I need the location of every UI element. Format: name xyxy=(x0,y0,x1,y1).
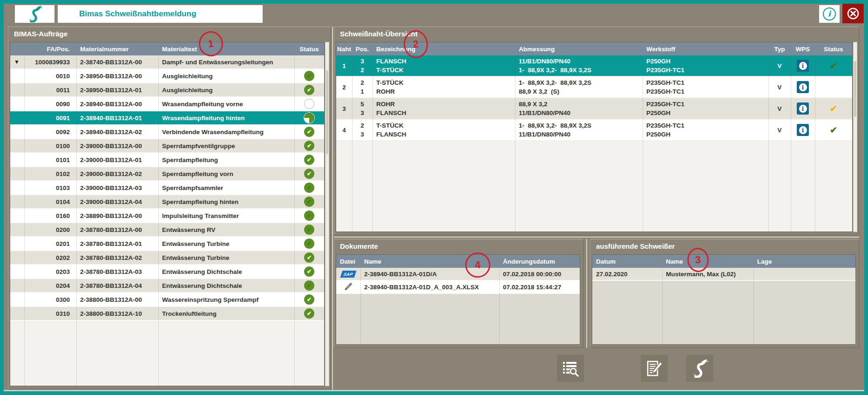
materialnummer-cell: 2-38950-BB1312A-00 xyxy=(76,69,158,82)
tree-indent xyxy=(10,237,24,250)
schweisser-panel: ausführende Schweißer DatumNameLage 27.0… xyxy=(590,239,859,348)
fa-pos-cell: 0010 xyxy=(24,69,76,82)
wps-info-button[interactable]: i xyxy=(797,102,809,115)
materialnummer-cell: 2-38940-BB1312A-02 xyxy=(76,125,158,138)
fa-pos-cell: 0203 xyxy=(24,265,76,278)
bimas-row[interactable]: 01002-39000-BB1312A-00Sperrdampfventilgr… xyxy=(10,139,324,153)
typ-cell: V xyxy=(768,77,791,97)
naht-row[interactable]: 132FLANSCHT-STÜCK11/B1/DN80/PN401- 88,9X… xyxy=(336,55,852,77)
bimas-row[interactable]: 00912-38940-BB1312A-01Wrasendampfleitung… xyxy=(10,111,324,125)
materialnummer-cell: 2-38890-BB1312A-00 xyxy=(76,209,158,222)
pos-cell: 32 xyxy=(352,55,373,76)
status-cell: ✔ xyxy=(294,307,324,320)
status-done-icon: ✔ xyxy=(304,169,314,179)
typ-cell: V xyxy=(768,55,791,76)
bimas-row[interactable]: ▼10008399332-38740-BB1312A-00Dampf- und … xyxy=(10,55,324,69)
dokument-row[interactable]: SAP2-38940-BB1312A-01D/A07.02.2018 00:00… xyxy=(336,268,580,281)
status-cell xyxy=(294,97,324,110)
status-cell: ✔ xyxy=(815,98,852,119)
materialtext-cell: Wrasendampfleitung hinten xyxy=(158,111,294,124)
status-done-icon: ✔ xyxy=(304,280,314,291)
search-list-button[interactable] xyxy=(557,355,584,382)
bimas-row[interactable]: 00112-38950-BB1312A-01Ausgleichleitung✔ xyxy=(10,83,324,97)
bimas-row[interactable]: 01012-39000-BB1312A-01Sperrdampfleitung✔ xyxy=(10,153,324,167)
schweisser-row[interactable]: 27.02.2020Mustermann, Max (L02) xyxy=(592,268,855,281)
bimas-row[interactable]: 02022-38780-BB1312A-02Entwässerung Turbi… xyxy=(10,251,324,265)
materialnummer-cell: 2-39000-BB1312A-00 xyxy=(76,139,158,152)
dokument-row[interactable]: 2-38940-BB1312A-01D_A_003_A.XLSX07.02.20… xyxy=(336,281,580,294)
column-header-abmessung: Abmessung xyxy=(515,42,643,55)
column-header-bezeichnung: Bezeichnung xyxy=(373,42,515,55)
status-cell: ✔ xyxy=(815,120,852,140)
materialtext-cell: Sperrdampfventilgruppe xyxy=(158,139,294,152)
splitter-vertical-bottom[interactable] xyxy=(586,239,587,348)
bimas-row[interactable]: 00922-38940-BB1312A-02Verbindende Wrasen… xyxy=(10,125,324,139)
status-cell: ✔ xyxy=(294,195,324,208)
edit-document-button[interactable] xyxy=(641,355,668,382)
bimas-row[interactable]: 01022-39000-BB1312A-02Sperrdampfleitung … xyxy=(10,167,324,181)
info-button[interactable]: i xyxy=(819,5,840,23)
splitter-horizontal-right[interactable] xyxy=(334,237,859,238)
fa-pos-cell: 0160 xyxy=(24,209,76,222)
status-done-icon: ✔ xyxy=(304,71,314,81)
status-cell: ✔ xyxy=(294,69,324,82)
schweisser-table: DatumNameLage 27.02.2020Mustermann, Max … xyxy=(592,254,856,345)
bimas-scrollbar[interactable] xyxy=(325,42,329,386)
status-done-icon: ✔ xyxy=(304,183,314,193)
bimas-row[interactable]: 01042-39000-BB1312A-04Sperrdampfleitung … xyxy=(10,195,324,209)
tree-indent xyxy=(10,307,24,320)
materialnummer-cell: 2-38780-BB1312A-01 xyxy=(76,237,158,250)
bimas-row[interactable]: 02012-38780-BB1312A-01Entwässerung Turbi… xyxy=(10,237,324,251)
close-button[interactable] xyxy=(842,4,864,23)
naht-row[interactable]: 423T-STÜCKFLANSCH1- 88,9X 3,2- 88,9X 3,2… xyxy=(336,120,852,141)
bimas-row[interactable]: 03002-38800-BB1312A-00Wassereinspritzung… xyxy=(10,293,324,307)
splitter-vertical-main[interactable] xyxy=(332,27,333,389)
status-done-icon: ✔ xyxy=(304,308,314,319)
bimas-row[interactable]: 01032-39000-BB1312A-03Sperrdampfsammler✔ xyxy=(10,181,324,195)
materialtext-cell: Wrasendampfleitung vorne xyxy=(158,97,294,110)
pos-cell: 23 xyxy=(352,120,373,140)
status-in-progress-icon xyxy=(304,113,314,123)
materialnummer-cell: 2-38940-BB1312A-01 xyxy=(76,111,158,124)
materialnummer-cell: 2-38780-BB1312A-04 xyxy=(76,279,158,292)
bimas-row[interactable]: 02032-38780-BB1312A-03Entwässerung Dicht… xyxy=(10,265,324,279)
materialtext-cell: Entwässerung Turbine xyxy=(158,251,294,264)
tree-indent xyxy=(10,209,24,222)
datum-cell: 27.02.2020 xyxy=(592,268,662,280)
status-warning-icon: ✔ xyxy=(830,104,837,113)
naht-row[interactable]: 221T-STÜCKROHR1- 88,9X 3,2- 88,9X 3,2S88… xyxy=(336,77,852,98)
bimas-row[interactable]: 01602-38890-BB1312A-00Impulsleitung Tran… xyxy=(10,209,324,223)
dokument-name-cell: 2-38940-BB1312A-01D_A_003_A.XLSX xyxy=(360,281,499,293)
table-empty-area xyxy=(10,321,324,386)
sap-logo-icon: SAP xyxy=(340,271,357,278)
materialnummer-cell: 2-38740-BB1312A-00 xyxy=(76,55,158,68)
bezeichnung-cell: T-STÜCKROHR xyxy=(373,77,515,97)
wps-info-button[interactable]: i xyxy=(797,60,809,72)
materialtext-cell: Ausgleichleitung xyxy=(158,83,294,96)
aenderungsdatum-cell: 07.02.2018 00:00:00 xyxy=(499,268,580,280)
schweissnaht-scrollbar[interactable] xyxy=(853,42,857,232)
bimas-row[interactable]: 03102-38800-BB1312A-10Trockenluftleitung… xyxy=(10,307,324,321)
wps-info-button[interactable]: i xyxy=(797,124,809,136)
fa-pos-cell: 0202 xyxy=(24,251,76,264)
wps-info-button[interactable]: i xyxy=(797,81,809,93)
fa-pos-cell: 0100 xyxy=(24,139,76,152)
werkstoff-cell: P250GHP235GH-TC1 xyxy=(643,55,768,76)
status-done-icon: ✔ xyxy=(304,294,314,305)
tree-expand-toggle[interactable]: ▼ xyxy=(10,55,24,68)
welding-torch-button[interactable] xyxy=(686,355,713,382)
annotation-label: 4 xyxy=(475,259,481,272)
bimas-row[interactable]: 00102-38950-BB1312A-00Ausgleichleitung✔ xyxy=(10,69,324,83)
status-cell: ✔ xyxy=(294,181,324,194)
materialtext-cell: Wassereinspritzung Sperrdampf xyxy=(158,293,294,306)
materialnummer-cell: 2-39000-BB1312A-04 xyxy=(76,195,158,208)
bimas-row[interactable]: 02042-38780-BB1312A-04Entwässerung Dicht… xyxy=(10,279,324,293)
naht-row[interactable]: 353ROHRFLANSCH88,9 X 3,211/B1/DN80/PN40P… xyxy=(336,98,852,120)
info-icon: i xyxy=(799,126,807,134)
wps-cell: i xyxy=(791,120,815,140)
bimas-row[interactable]: 00902-38940-BB1312A-00Wrasendampfleitung… xyxy=(10,97,324,111)
bimas-row[interactable]: 02002-38780-BB1312A-00Entwässerung RV✔ xyxy=(10,223,324,237)
welding-torch-icon xyxy=(27,6,43,22)
materialnummer-cell: 2-38950-BB1312A-01 xyxy=(76,83,158,96)
fa-pos-cell: 0310 xyxy=(24,307,76,320)
